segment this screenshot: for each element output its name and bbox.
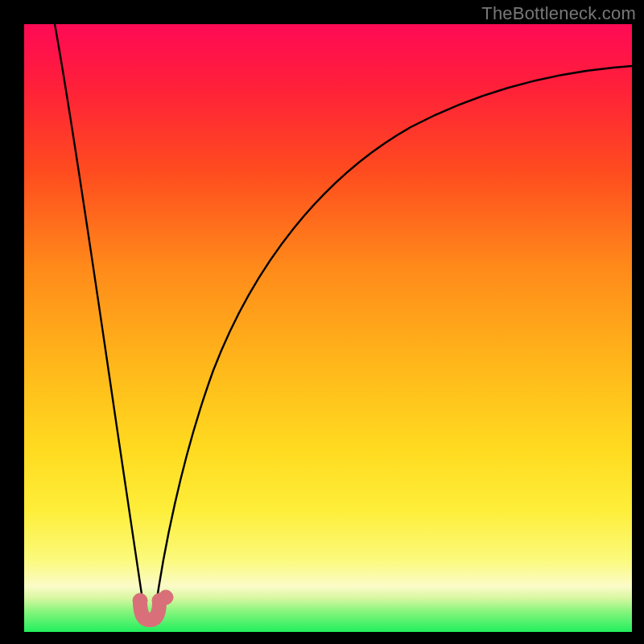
curve-layer — [24, 24, 632, 632]
plot-area — [24, 24, 632, 632]
watermark-text: TheBottleneck.com — [481, 3, 636, 24]
valley-marker-right-cap — [152, 593, 167, 608]
valley-marker-left-cap — [133, 593, 147, 608]
curve-right-arm — [155, 66, 632, 616]
valley-markers — [133, 590, 173, 620]
outer-frame: TheBottleneck.com — [0, 0, 644, 644]
curve-left-arm — [55, 24, 145, 616]
